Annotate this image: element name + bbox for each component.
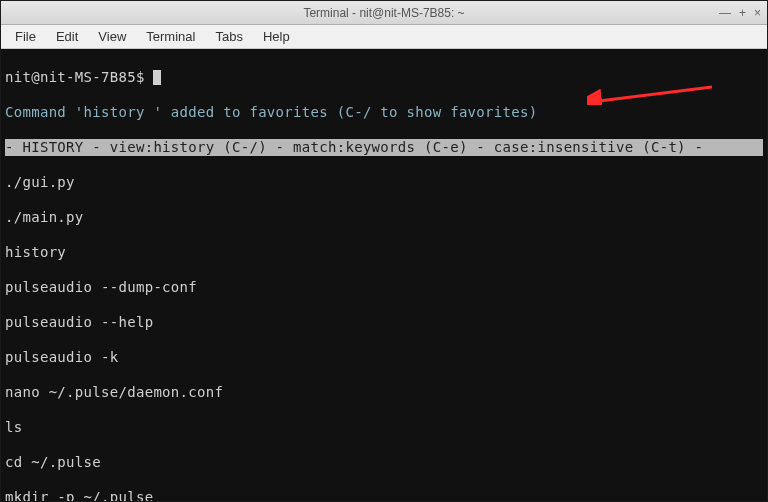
shell-prompt: nit@nit-MS-7B85$ — [5, 69, 153, 85]
window-titlebar: Terminal - nit@nit-MS-7B85: ~ — + × — [1, 1, 767, 25]
menu-tabs[interactable]: Tabs — [205, 27, 252, 46]
history-header-bar: - HISTORY - view:history (C-/) - match:k… — [5, 139, 763, 157]
history-line: ./gui.py — [5, 174, 763, 192]
menu-view[interactable]: View — [88, 27, 136, 46]
history-line: pulseaudio -k — [5, 349, 763, 367]
terminal-area[interactable]: nit@nit-MS-7B85$ Command 'history ' adde… — [1, 49, 767, 501]
svg-line-1 — [599, 87, 712, 101]
menu-edit[interactable]: Edit — [46, 27, 88, 46]
menubar: File Edit View Terminal Tabs Help — [1, 25, 767, 49]
history-line: pulseaudio --help — [5, 314, 763, 332]
history-line: ./main.py — [5, 209, 763, 227]
menu-file[interactable]: File — [5, 27, 46, 46]
annotation-arrow-icon — [587, 85, 717, 105]
history-line: nano ~/.pulse/daemon.conf — [5, 384, 763, 402]
prompt-line: nit@nit-MS-7B85$ — [5, 69, 763, 87]
menu-help[interactable]: Help — [253, 27, 300, 46]
favorites-message: Command 'history ' added to favorites (C… — [5, 104, 763, 122]
history-line: ls — [5, 419, 763, 437]
minimize-icon[interactable]: — — [719, 7, 731, 19]
history-line: mkdir -p ~/.pulse — [5, 489, 763, 503]
history-line: pulseaudio --dump-conf — [5, 279, 763, 297]
history-line: cd ~/.pulse — [5, 454, 763, 472]
close-icon[interactable]: × — [754, 7, 761, 19]
maximize-icon[interactable]: + — [739, 7, 746, 19]
cursor-block — [153, 70, 161, 85]
window-controls: — + × — [719, 7, 761, 19]
history-line: history — [5, 244, 763, 262]
menu-terminal[interactable]: Terminal — [136, 27, 205, 46]
window-title: Terminal - nit@nit-MS-7B85: ~ — [303, 6, 464, 20]
